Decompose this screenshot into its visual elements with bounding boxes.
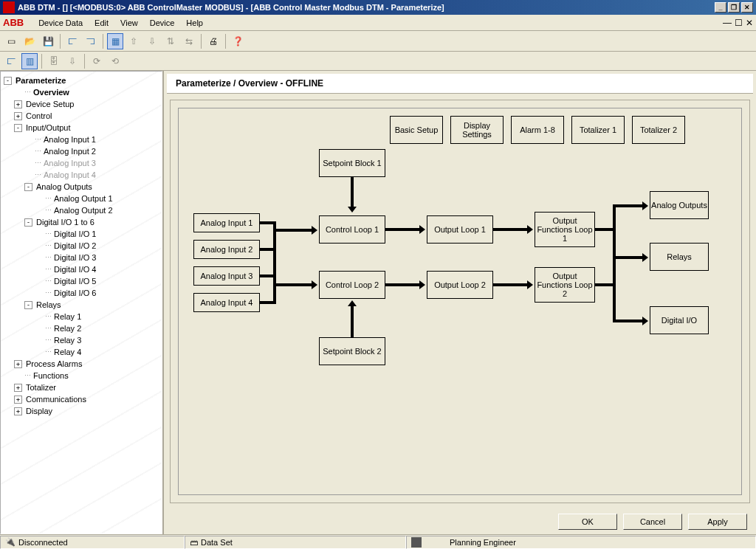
digital-io[interactable]: Digital I/O xyxy=(650,306,709,334)
tree-toggle-icon[interactable]: - xyxy=(24,183,32,191)
relays[interactable]: Relays xyxy=(650,243,709,271)
tree-item-digital-i-o-6[interactable]: ⋯Digital I/O 6 xyxy=(2,287,160,299)
titlebar: ABB DTM - [] [<MODBUS:0> ABB ControlMast… xyxy=(0,0,756,15)
output-functions-loop-2[interactable]: Output Functions Loop 2 xyxy=(535,267,595,303)
tree-item-digital-i-o-3[interactable]: ⋯Digital I/O 3 xyxy=(2,252,160,263)
menu-device-data[interactable]: Device Data xyxy=(32,17,89,29)
menu-edit[interactable]: Edit xyxy=(89,17,114,29)
grid-icon[interactable]: ▦ xyxy=(107,33,123,49)
tree-label: Analog Outputs xyxy=(35,182,94,191)
mdi-maximize-button[interactable]: ☐ xyxy=(735,18,743,28)
tree-toggle-icon[interactable]: + xyxy=(14,396,22,404)
tree-item-control[interactable]: +Control xyxy=(2,110,160,122)
tree-label: Relay 1 xyxy=(52,312,83,321)
analog-input-1[interactable]: Analog Input 1 xyxy=(193,213,260,232)
ok-button[interactable]: OK xyxy=(558,514,617,530)
tree-toggle-icon[interactable]: + xyxy=(14,112,22,120)
layout-1-icon[interactable]: ⫍ xyxy=(64,33,80,49)
dataset-icon: 🗃 xyxy=(190,538,198,547)
tree-item-analog-input-3[interactable]: ⋯Analog Input 3 xyxy=(2,157,160,169)
tree-item-analog-input-1[interactable]: ⋯Analog Input 1 xyxy=(2,134,160,145)
tree-item-analog-output-1[interactable]: ⋯Analog Output 1 xyxy=(2,193,160,204)
content-area: -Parameterize ⋯Overview+Device Setup+Con… xyxy=(0,71,756,534)
analog-input-3[interactable]: Analog Input 3 xyxy=(193,266,260,286)
output-loop-1[interactable]: Output Loop 1 xyxy=(427,215,493,244)
tree-item-communications[interactable]: +Communications xyxy=(2,393,160,405)
tree-item-process-alarms[interactable]: +Process Alarms xyxy=(2,358,160,370)
save-icon[interactable]: 💾 xyxy=(40,33,56,49)
tree-item-analog-outputs[interactable]: -Analog Outputs xyxy=(2,181,160,193)
top-button-alarm-1-8[interactable]: Alarm 1-8 xyxy=(511,116,564,144)
navigation-tree[interactable]: -Parameterize ⋯Overview+Device Setup+Con… xyxy=(0,71,162,534)
brand-logo: ABB xyxy=(3,17,24,28)
tree-item-analog-input-2[interactable]: ⋯Analog Input 2 xyxy=(2,145,160,157)
tree-label: Relays xyxy=(35,300,63,309)
tree-label: Functions xyxy=(32,371,70,380)
menu-help[interactable]: Help xyxy=(180,17,209,29)
tree-item-parameterize[interactable]: -Parameterize xyxy=(2,75,160,86)
top-button-totalizer-2[interactable]: Totalizer 2 xyxy=(632,116,685,144)
top-button-display-settings[interactable]: Display Settings xyxy=(450,116,504,144)
open-icon[interactable]: 📂 xyxy=(21,33,38,49)
analog-input-4[interactable]: Analog Input 4 xyxy=(193,293,260,312)
tree-item-relay-2[interactable]: ⋯Relay 2 xyxy=(2,322,160,334)
control-loop-1[interactable]: Control Loop 1 xyxy=(319,215,385,244)
setpoint-block-2[interactable]: Setpoint Block 2 xyxy=(319,337,385,365)
tree-item-display[interactable]: +Display xyxy=(2,405,160,417)
tree-item-digital-i-o-1[interactable]: ⋯Digital I/O 1 xyxy=(2,228,160,240)
tree-item-digital-i-o-5[interactable]: ⋯Digital I/O 5 xyxy=(2,275,160,287)
apply-button[interactable]: Apply xyxy=(688,514,747,530)
layout-2-icon[interactable]: ⫎ xyxy=(83,33,99,49)
top-button-totalizer-1[interactable]: Totalizer 1 xyxy=(571,116,625,144)
tree-item-relays[interactable]: -Relays xyxy=(2,299,160,311)
help-icon[interactable]: ❓ xyxy=(230,33,246,49)
minimize-button[interactable]: _ xyxy=(715,2,726,13)
tree-item-relay-4[interactable]: ⋯Relay 4 xyxy=(2,346,160,358)
tree-toggle-icon[interactable]: + xyxy=(14,384,22,392)
tree-toggle-icon[interactable]: - xyxy=(24,218,32,227)
tree-item-overview[interactable]: ⋯Overview xyxy=(2,86,160,98)
tree-label: Analog Input 3 xyxy=(42,159,97,168)
analog-input-2[interactable]: Analog Input 2 xyxy=(193,240,260,259)
new-icon[interactable]: ▭ xyxy=(3,33,19,49)
menu-view[interactable]: View xyxy=(114,17,144,29)
output-functions-loop-1[interactable]: Output Functions Loop 1 xyxy=(535,212,595,247)
tree-item-digital-i-o-1-to-6[interactable]: -Digital I/O 1 to 6 xyxy=(2,216,160,228)
view-both-icon[interactable]: ▥ xyxy=(21,53,38,69)
print-icon[interactable]: 🖨 xyxy=(205,33,221,49)
menu-device[interactable]: Device xyxy=(144,17,181,29)
tree-label: Relay 3 xyxy=(52,336,83,345)
compare-icon: ⇆ xyxy=(181,33,197,49)
analog-outputs[interactable]: Analog Outputs xyxy=(650,191,709,219)
tree-label: Analog Input 2 xyxy=(42,147,97,156)
mdi-close-button[interactable]: ✕ xyxy=(746,18,753,28)
tree-item-functions[interactable]: ⋯Functions xyxy=(2,370,160,381)
tree-item-device-setup[interactable]: +Device Setup xyxy=(2,98,160,110)
tree-toggle-icon[interactable]: + xyxy=(14,100,22,108)
tree-label: Relay 2 xyxy=(52,324,83,333)
setpoint-block-1[interactable]: Setpoint Block 1 xyxy=(319,149,385,177)
close-button[interactable]: ✕ xyxy=(741,2,753,13)
tree-toggle-icon[interactable]: - xyxy=(4,77,12,85)
maximize-button[interactable]: ❐ xyxy=(728,2,740,13)
control-loop-2[interactable]: Control Loop 2 xyxy=(319,271,385,299)
tree-label: Communications xyxy=(24,395,88,404)
tree-item-digital-i-o-2[interactable]: ⋯Digital I/O 2 xyxy=(2,240,160,252)
tree-item-analog-output-2[interactable]: ⋯Analog Output 2 xyxy=(2,204,160,216)
tree-item-digital-i-o-4[interactable]: ⋯Digital I/O 4 xyxy=(2,263,160,275)
tree-item-analog-input-4[interactable]: ⋯Analog Input 4 xyxy=(2,169,160,181)
view-tree-icon[interactable]: ⫍ xyxy=(3,53,19,69)
cancel-button[interactable]: Cancel xyxy=(623,514,682,530)
mdi-minimize-button[interactable]: — xyxy=(723,18,732,28)
tree-toggle-icon[interactable]: + xyxy=(14,360,22,368)
tree-toggle-icon[interactable]: + xyxy=(14,407,22,415)
tree-item-relay-3[interactable]: ⋯Relay 3 xyxy=(2,334,160,346)
top-button-basic-setup[interactable]: Basic Setup xyxy=(390,116,443,144)
output-loop-2[interactable]: Output Loop 2 xyxy=(427,271,493,299)
tree-item-totalizer[interactable]: +Totalizer xyxy=(2,381,160,393)
tree-label: Totalizer xyxy=(24,383,58,392)
tree-item-relay-1[interactable]: ⋯Relay 1 xyxy=(2,311,160,322)
tree-toggle-icon[interactable]: - xyxy=(24,301,32,309)
tree-item-input-output[interactable]: -Input/Output xyxy=(2,122,160,134)
tree-toggle-icon[interactable]: - xyxy=(14,124,22,132)
